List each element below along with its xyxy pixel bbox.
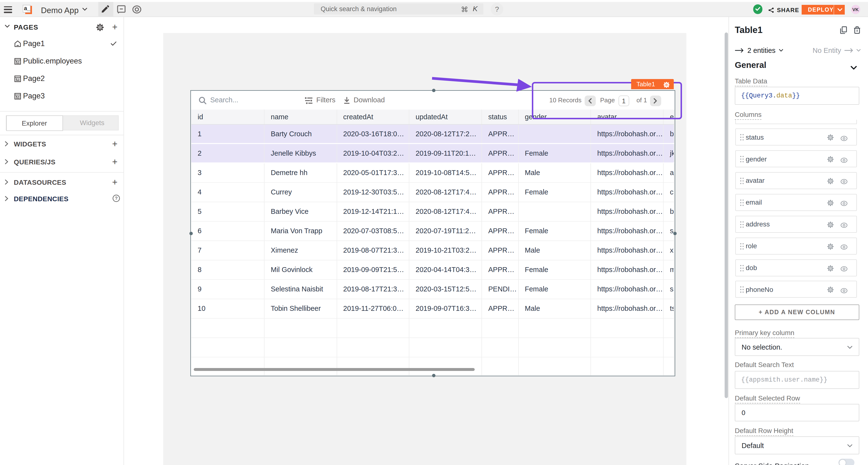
svg-text:?: ?	[115, 195, 118, 201]
